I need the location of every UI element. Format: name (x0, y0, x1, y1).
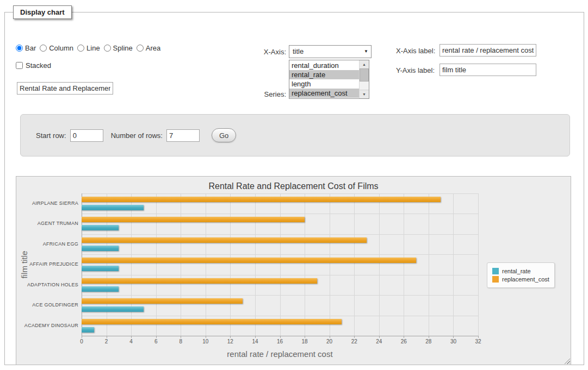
legend-swatch-icon (492, 276, 499, 283)
start-row-input[interactable] (70, 129, 103, 142)
series-option-length[interactable]: length (289, 79, 360, 89)
bar-replacement_cost[interactable] (82, 319, 342, 324)
grid-line-vertical (429, 193, 429, 336)
axis-tick (181, 336, 181, 338)
axis-tick (330, 336, 330, 338)
grid-line-vertical (181, 193, 181, 336)
chart-type-option-column[interactable]: Column (40, 44, 73, 52)
category-label: AFFAIR PREJUDICE (17, 261, 78, 267)
grid-line-vertical (255, 193, 256, 336)
grid-line-vertical (280, 193, 281, 336)
chart-type-radio-group: BarColumnLineSplineArea (16, 44, 164, 52)
grid-line-vertical (354, 193, 355, 336)
axis-tick (354, 336, 355, 338)
go-button[interactable]: Go (212, 128, 236, 142)
category-label: AIRPLANE SIERRA (17, 200, 78, 206)
grid-line-vertical (478, 193, 479, 336)
axis-tick (82, 336, 82, 338)
series-option-rental_rate[interactable]: rental_rate (289, 70, 360, 79)
bar-replacement_cost[interactable] (82, 298, 243, 304)
chevron-down-icon: ▼ (364, 46, 368, 58)
bar-rental_rate[interactable] (82, 286, 119, 292)
axis-tick-label: 0 (71, 338, 92, 344)
axis-tick-label: 2 (96, 338, 117, 344)
series-option-replacement_cost[interactable]: replacement_cost (289, 89, 360, 98)
axis-tick (305, 336, 305, 338)
x-axis-selected-value: title (293, 47, 304, 55)
chart-panel: Rental Rate and Replacement Cost of Film… (16, 176, 571, 365)
axis-tick-label: 32 (467, 338, 489, 344)
grid-line-vertical (82, 193, 82, 336)
bar-rental_rate[interactable] (82, 205, 144, 210)
axis-tick-label: 10 (195, 338, 216, 344)
chart-title-input[interactable] (17, 82, 113, 95)
x-axis-label-field-label: X-Axis label: (396, 47, 435, 55)
grid-line-vertical (230, 193, 231, 336)
chart-type-option-spline[interactable]: Spline (104, 44, 133, 52)
series-listbox[interactable]: rental_durationrental_ratelengthreplacem… (289, 60, 369, 99)
x-axis-select[interactable]: title ▼ (289, 45, 372, 58)
category-label: ADAPTATION HOLES (17, 282, 78, 287)
chart-type-radio-bar[interactable] (16, 45, 23, 52)
number-of-rows-input[interactable] (166, 129, 200, 142)
y-axis-label-input[interactable] (440, 64, 536, 76)
legend-item-rental_rate[interactable]: rental_rate (492, 268, 549, 274)
plot-area: 02468101214161820222426283032AIRPLANE SI… (82, 193, 478, 336)
series-listbox-label: Series: (239, 90, 286, 98)
bar-replacement_cost[interactable] (82, 258, 416, 263)
grid-line-vertical (107, 193, 107, 336)
bar-replacement_cost[interactable] (82, 197, 441, 202)
axis-tick (206, 336, 206, 338)
resize-handle-icon[interactable] (563, 357, 570, 364)
chart-type-radio-column[interactable] (40, 45, 47, 52)
chart-type-radio-area[interactable] (137, 45, 144, 52)
category-label: AGENT TRUMAN (17, 221, 78, 226)
scroll-up-icon[interactable]: ▲ (360, 60, 369, 69)
axis-tick-label: 4 (120, 338, 142, 344)
x-axis-label-input[interactable] (440, 44, 536, 57)
category-label: AFRICAN EGG (17, 241, 78, 247)
axis-tick-label: 30 (442, 338, 464, 344)
chart-type-option-area[interactable]: Area (137, 44, 160, 52)
row-range-panel: Start row: Number of rows: Go (20, 114, 570, 156)
chart-type-radio-spline[interactable] (104, 45, 111, 52)
chart-type-radio-line[interactable] (77, 45, 84, 52)
start-row-label: Start row: (36, 131, 66, 140)
bar-replacement_cost[interactable] (82, 217, 305, 222)
bar-rental_rate[interactable] (82, 246, 119, 251)
axis-tick-label: 28 (418, 338, 440, 344)
grid-line-vertical (131, 193, 132, 336)
grid-line-vertical (206, 193, 206, 336)
axis-tick (429, 336, 429, 338)
bar-rental_rate[interactable] (82, 225, 119, 230)
chart-legend: rental_ratereplacement_cost (487, 262, 555, 288)
bar-replacement_cost[interactable] (82, 278, 317, 284)
axis-tick-label: 24 (368, 338, 390, 344)
chart-type-option-line[interactable]: Line (77, 44, 100, 52)
x-axis-title: rental rate / replacement cost (82, 349, 478, 359)
legend-item-label: replacement_cost (502, 276, 549, 283)
axis-tick-label: 18 (294, 338, 315, 344)
grid-line-vertical (330, 193, 330, 336)
scrollbar-thumb[interactable] (360, 68, 369, 81)
chart-type-option-bar[interactable]: Bar (16, 44, 36, 52)
bar-rental_rate[interactable] (82, 327, 94, 333)
series-option-rental_duration[interactable]: rental_duration (289, 61, 360, 70)
bar-replacement_cost[interactable] (82, 237, 367, 243)
axis-tick-label: 20 (319, 338, 341, 344)
legend-item-replacement_cost[interactable]: replacement_cost (492, 276, 549, 283)
bar-rental_rate[interactable] (82, 306, 144, 312)
scroll-down-icon[interactable]: ▼ (360, 90, 369, 98)
x-axis-select-label: X-Axis: (239, 48, 286, 56)
axis-tick (230, 336, 231, 338)
stacked-checkbox[interactable] (16, 62, 23, 69)
listbox-scrollbar[interactable]: ▲ ▼ (359, 60, 369, 98)
axis-tick (280, 336, 281, 338)
stacked-checkbox-row[interactable]: Stacked (16, 61, 51, 70)
axis-tick (156, 336, 157, 338)
grid-line-vertical (379, 193, 380, 336)
chart-type-option-label: Line (86, 44, 100, 52)
chart-type-option-label: Bar (25, 44, 36, 52)
bar-rental_rate[interactable] (82, 266, 119, 271)
axis-tick-label: 6 (145, 338, 167, 344)
